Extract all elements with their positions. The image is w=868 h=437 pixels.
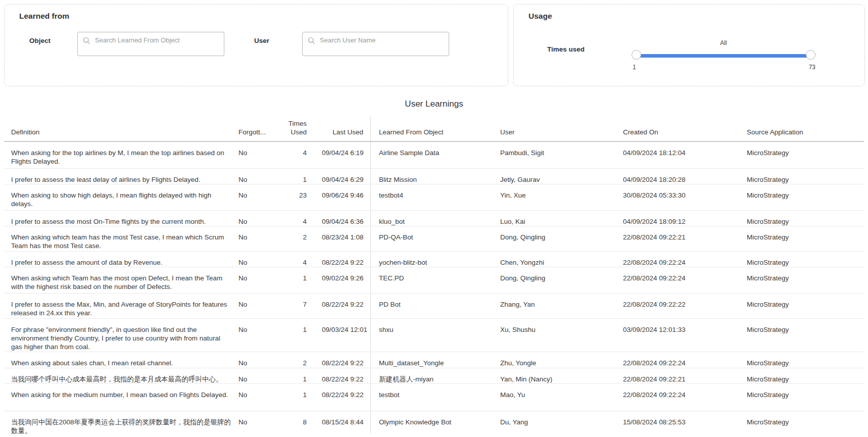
cell-forgotten: No xyxy=(238,319,276,334)
cell-forgotten: No xyxy=(238,352,276,367)
learned-from-panel: Learned from Object User xyxy=(4,4,508,86)
cell-learned-from-object: TEC.PD xyxy=(370,267,498,282)
cell-last-used: 08/15/24 8:44 xyxy=(307,411,370,426)
cell-times-used: 4 xyxy=(276,211,307,226)
header-definition[interactable]: Definition xyxy=(4,128,238,141)
cell-last-used: 09/04/24 6:29 xyxy=(307,169,370,184)
cell-learned-from-object: testbot4 xyxy=(370,184,498,200)
cell-user: Yan, Min (Nancy) xyxy=(498,368,623,383)
cell-definition: 当我询问中国在2008年夏季奥运会上获得的奖牌数量时，我指的是银牌的数量。 xyxy=(4,411,238,435)
table-row[interactable]: I prefer to assess the least delay of ai… xyxy=(4,169,864,184)
table-row[interactable]: When asking which team has the most Test… xyxy=(4,226,864,252)
cell-forgotten: No xyxy=(238,226,276,241)
cell-definition: I prefer to assess the least delay of ai… xyxy=(4,169,238,184)
table-row[interactable]: When asking to show high delays, I mean … xyxy=(4,184,864,211)
cell-source-application: MicroStrategy xyxy=(747,169,864,184)
cell-learned-from-object: shxu xyxy=(370,319,498,334)
header-created-on[interactable]: Created On xyxy=(623,128,747,141)
cell-forgotten: No xyxy=(238,267,276,282)
object-search-input[interactable] xyxy=(77,32,224,56)
table-row[interactable]: When asking for the top airlines by M, I… xyxy=(4,142,864,169)
slider-handle-max[interactable] xyxy=(806,50,815,60)
cell-source-application: MicroStrategy xyxy=(747,294,864,309)
header-user[interactable]: User xyxy=(498,128,623,141)
cell-source-application: MicroStrategy xyxy=(747,184,864,200)
table-row[interactable]: I prefer to assess the most On-Time flig… xyxy=(4,211,864,226)
cell-learned-from-object: Blitz Mission xyxy=(370,169,498,184)
cell-times-used: 2 xyxy=(276,226,307,241)
cell-last-used: 08/23/24 1:08 xyxy=(307,226,370,241)
cell-times-used: 4 xyxy=(276,142,307,157)
cell-learned-from-object: yochen-blitz-bot xyxy=(370,252,498,267)
cell-times-used: 23 xyxy=(276,184,307,200)
slider-min-label: 1 xyxy=(633,64,636,71)
cell-user: Du, Yang xyxy=(498,411,623,426)
usage-panel: Usage Times used All 1 73 xyxy=(513,4,865,86)
cell-definition: 当我问哪个呼叫中心成本最高时，我指的是本月成本最高的呼叫中心。 xyxy=(4,368,238,383)
table-body: When asking for the top airlines by M, I… xyxy=(4,142,864,437)
cell-last-used: 09/04/24 6:19 xyxy=(307,142,370,157)
header-times-used[interactable]: Times Used xyxy=(276,119,307,141)
cell-created-on: 04/09/2024 18:12:04 xyxy=(623,142,747,157)
cell-user: Zhang, Yan xyxy=(498,294,623,309)
slider-max-label: 73 xyxy=(809,64,815,71)
cell-user: Jetly, Gaurav xyxy=(498,169,623,184)
user-learnings-grid: Definition Forgott... Times Used Last Us… xyxy=(4,116,864,437)
cell-user: Dong, Qingling xyxy=(498,226,623,241)
table-row[interactable]: When asking about sales chan, I mean ret… xyxy=(4,352,864,368)
cell-definition: When asking which Team has the most open… xyxy=(4,267,238,291)
cell-source-application: MicroStrategy xyxy=(747,142,864,157)
cell-created-on: 22/08/2024 09:22:24 xyxy=(623,267,747,282)
header-learned-from-object[interactable]: Learned From Object xyxy=(370,128,498,141)
cell-definition: When asking which team has the most Test… xyxy=(4,226,238,250)
cell-definition: When asking to show high delays, I mean … xyxy=(4,184,238,208)
table-row[interactable]: For phrase "environment friendly", in qu… xyxy=(4,319,864,352)
cell-times-used: 2 xyxy=(276,352,307,367)
cell-created-on: 22/08/2024 09:22:22 xyxy=(623,294,747,309)
cell-forgotten: No xyxy=(238,368,276,383)
learned-from-title: Learned from xyxy=(19,12,69,21)
header-source-application[interactable]: Source Application xyxy=(747,128,864,141)
table-row[interactable]: 当我问哪个呼叫中心成本最高时，我指的是本月成本最高的呼叫中心。 No 1 08/… xyxy=(4,368,864,384)
user-search-input[interactable] xyxy=(302,32,449,56)
cell-definition: When asking for the medium number, I mea… xyxy=(4,384,238,399)
usage-title: Usage xyxy=(528,12,552,21)
cell-learned-from-object: Multi_dataset_Yongle xyxy=(370,352,498,367)
slider-handle-min[interactable] xyxy=(632,50,641,60)
cell-forgotten: No xyxy=(238,142,276,157)
cell-definition: For phrase "environment friendly", in qu… xyxy=(4,319,238,351)
cell-times-used: 1 xyxy=(276,267,307,282)
cell-forgotten: No xyxy=(238,169,276,184)
cell-user: Luo, Kai xyxy=(498,211,623,226)
cell-created-on: 22/08/2024 09:22:21 xyxy=(623,226,747,241)
table-row[interactable]: 当我询问中国在2008年夏季奥运会上获得的奖牌数量时，我指的是银牌的数量。 No… xyxy=(4,411,864,437)
object-label: Object xyxy=(29,37,51,44)
slider-track[interactable] xyxy=(636,54,811,58)
cell-last-used: 09/06/24 9:46 xyxy=(307,184,370,200)
cell-source-application: MicroStrategy xyxy=(747,267,864,282)
times-used-slider: All 1 73 xyxy=(632,50,815,71)
header-forgotten[interactable]: Forgott... xyxy=(238,128,276,141)
table-row[interactable]: I prefer to assess the Max, Min, and Ave… xyxy=(4,294,864,319)
cell-created-on: 22/08/2024 09:22:21 xyxy=(623,368,747,383)
cell-user: Xu, Shushu xyxy=(498,319,623,334)
cell-created-on: 22/08/2024 09:22:24 xyxy=(623,352,747,367)
header-last-used[interactable]: Last Used xyxy=(307,128,370,141)
cell-definition: I prefer to assess the amount of data by… xyxy=(4,252,238,267)
table-row[interactable]: I prefer to assess the amount of data by… xyxy=(4,252,864,267)
table-row[interactable]: When asking which Team has the most open… xyxy=(4,267,864,294)
cell-definition: I prefer to assess the most On-Time flig… xyxy=(4,211,238,226)
cell-user: Yin, Xue xyxy=(498,184,623,200)
slider-value-label: All xyxy=(632,39,815,46)
cell-created-on: 04/09/2024 18:09:12 xyxy=(623,211,747,226)
user-label: User xyxy=(254,37,269,44)
cell-source-application: MicroStrategy xyxy=(747,226,864,241)
cell-created-on: 03/09/2024 12:01:33 xyxy=(623,319,747,334)
table-row[interactable]: When asking for the medium number, I mea… xyxy=(4,384,864,411)
cell-source-application: MicroStrategy xyxy=(747,352,864,367)
cell-learned-from-object: testbot xyxy=(370,384,498,399)
cell-times-used: 1 xyxy=(276,384,307,399)
user-search-box xyxy=(302,32,449,56)
cell-last-used: 09/04/24 6:36 xyxy=(307,211,370,226)
cell-created-on: 04/09/2024 18:20:28 xyxy=(623,169,747,184)
